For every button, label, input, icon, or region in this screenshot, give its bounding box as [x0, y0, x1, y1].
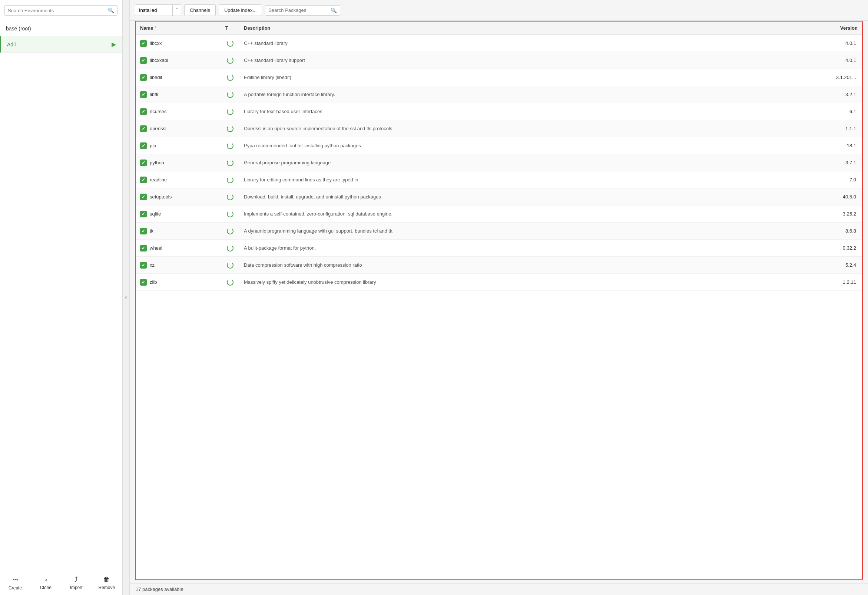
col-header-name[interactable]: Name ˅	[136, 25, 221, 31]
pkg-desc-label: Library for text-based user interfaces	[244, 109, 322, 114]
env-item-adil[interactable]: Adil ▶	[0, 36, 122, 53]
pkg-version-label: 0.32.2	[843, 245, 856, 251]
pkg-desc-label: Openssl is an open-source implementation…	[244, 126, 392, 131]
col-header-version[interactable]: Version	[803, 25, 862, 31]
pkg-name-cell: wheel	[136, 241, 221, 255]
remove-button[interactable]: 🗑 Remove	[92, 571, 122, 595]
filter-chevron-icon[interactable]: ˅	[172, 5, 181, 16]
import-icon: ⤴	[74, 576, 78, 583]
filter-select[interactable]: Installed Not Installed Updatable All	[135, 5, 172, 16]
create-icon: ⤳	[13, 576, 18, 584]
pkg-desc-label: General purpose programming language	[244, 160, 331, 166]
env-item-base[interactable]: base (root)	[0, 21, 122, 36]
toolbar: Installed Not Installed Updatable All ˅ …	[130, 0, 868, 21]
pkg-version-label: 6.1	[849, 109, 856, 114]
update-index-button[interactable]: Update index...	[218, 4, 262, 16]
installed-checkbox-libcxx[interactable]	[140, 40, 147, 47]
pkg-version-label: 40.5.0	[843, 194, 856, 200]
installed-checkbox-libedit[interactable]	[140, 74, 147, 81]
pkg-type-cell	[221, 36, 239, 50]
table-row[interactable]: readline Library for editing command lin…	[136, 172, 862, 188]
channels-button[interactable]: Channels	[184, 4, 216, 16]
table-row[interactable]: ncurses Library for text-based user inte…	[136, 103, 862, 120]
pkg-name-label: readline	[150, 177, 167, 182]
installed-checkbox-pip[interactable]	[140, 142, 147, 149]
pkg-name-label: libcxxabi	[150, 58, 168, 63]
pkg-desc-cell: Implements a self-contained, zero-config…	[239, 207, 803, 221]
pkg-desc-cell: A built-package format for python.	[239, 241, 803, 255]
table-row[interactable]: sqlite Implements a self-contained, zero…	[136, 206, 862, 223]
table-row[interactable]: setuptools Download, build, install, upg…	[136, 188, 862, 206]
pkg-version-cell: 3.7.1	[803, 156, 862, 169]
pkg-name-label: wheel	[150, 245, 162, 251]
pkg-desc-label: Library for editing command lines as the…	[244, 177, 359, 182]
pkg-desc-label: C++ standard library	[244, 40, 288, 46]
table-row[interactable]: pip Pypa recommended tool for installing…	[136, 137, 862, 154]
table-row[interactable]: tk A dynamic programming language with g…	[136, 223, 862, 240]
table-row[interactable]: zlib Massively spiffy yet delicately uno…	[136, 274, 862, 291]
installed-checkbox-libcxxabi[interactable]	[140, 57, 147, 64]
table-row[interactable]: libcxxabi C++ standard library support 4…	[136, 52, 862, 69]
pkg-version-cell: 4.0.1	[803, 37, 862, 50]
installed-checkbox-xz[interactable]	[140, 262, 147, 269]
pkg-version-cell: 3.25.2	[803, 207, 862, 221]
pkg-name-label: sqlite	[150, 211, 161, 217]
table-row[interactable]: libcxx C++ standard library 4.0.1	[136, 35, 862, 52]
pkg-type-icon	[227, 262, 233, 269]
pkg-type-icon	[227, 279, 233, 286]
pkg-type-cell	[221, 105, 239, 119]
pkg-version-label: 5.2.4	[845, 262, 856, 268]
pkg-name-label: libcxx	[150, 40, 162, 46]
pkg-name-cell: openssl	[136, 122, 221, 136]
installed-checkbox-readline[interactable]	[140, 176, 147, 183]
table-row[interactable]: python General purpose programming langu…	[136, 154, 862, 172]
pkg-type-cell	[221, 87, 239, 102]
table-header: Name ˅ T Description Version	[136, 22, 862, 35]
pkg-version-label: 3.25.2	[843, 211, 856, 217]
col-header-description[interactable]: Description	[239, 25, 803, 31]
pkg-version-cell: 3.1.201...	[803, 71, 862, 84]
table-row[interactable]: xz Data compression software with high c…	[136, 257, 862, 274]
installed-checkbox-sqlite[interactable]	[140, 211, 147, 218]
pkg-desc-cell: General purpose programming language	[239, 156, 803, 169]
pkg-version-label: 4.0.1	[845, 58, 856, 63]
remove-icon: 🗑	[103, 576, 110, 583]
table-row[interactable]: openssl Openssl is an open-source implem…	[136, 120, 862, 137]
search-environments-input[interactable]	[8, 8, 108, 13]
pkg-name-cell: readline	[136, 173, 221, 187]
installed-checkbox-python[interactable]	[140, 160, 147, 166]
installed-checkbox-zlib[interactable]	[140, 279, 147, 286]
installed-checkbox-openssl[interactable]	[140, 125, 147, 132]
collapse-sidebar-button[interactable]: ‹	[122, 0, 130, 595]
pkg-desc-cell: A dynamic programming language with gui …	[239, 224, 803, 237]
table-row[interactable]: wheel A built-package format for python.…	[136, 240, 862, 257]
search-environments-wrapper: 🔍	[4, 5, 118, 16]
installed-checkbox-setuptools[interactable]	[140, 194, 147, 200]
pkg-desc-label: Data compression software with high comp…	[244, 262, 362, 268]
clone-button[interactable]: ▫ Clone	[30, 571, 61, 595]
pkg-desc-cell: Data compression software with high comp…	[239, 259, 803, 272]
packages-list: libcxx C++ standard library 4.0.1 libcxx…	[136, 35, 862, 579]
pkg-desc-cell: Library for editing command lines as the…	[239, 173, 803, 186]
col-header-type[interactable]: T	[221, 25, 239, 31]
table-row[interactable]: libedit Editline library (libedit) 3.1.2…	[136, 69, 862, 86]
installed-checkbox-libffi[interactable]	[140, 91, 147, 98]
pkg-name-label: pip	[150, 143, 156, 148]
pkg-type-cell	[221, 190, 239, 204]
pkg-type-icon	[227, 176, 233, 183]
pkg-type-icon	[227, 108, 233, 115]
installed-checkbox-tk[interactable]	[140, 228, 147, 234]
pkg-type-cell	[221, 173, 239, 187]
installed-checkbox-ncurses[interactable]	[140, 108, 147, 115]
installed-checkbox-wheel[interactable]	[140, 245, 147, 252]
pkg-name-cell: setuptools	[136, 190, 221, 204]
pkg-type-icon	[227, 245, 233, 252]
pkg-type-cell	[221, 53, 239, 68]
create-button[interactable]: ⤳ Create	[0, 571, 30, 595]
pkg-desc-cell: Massively spiffy yet delicately unobtrus…	[239, 275, 803, 289]
pkg-type-cell	[221, 71, 239, 84]
pkg-version-cell: 4.0.1	[803, 54, 862, 67]
import-button[interactable]: ⤴ Import	[61, 571, 92, 595]
search-packages-input[interactable]	[268, 7, 331, 13]
table-row[interactable]: libffi A portable foreign function inter…	[136, 86, 862, 103]
